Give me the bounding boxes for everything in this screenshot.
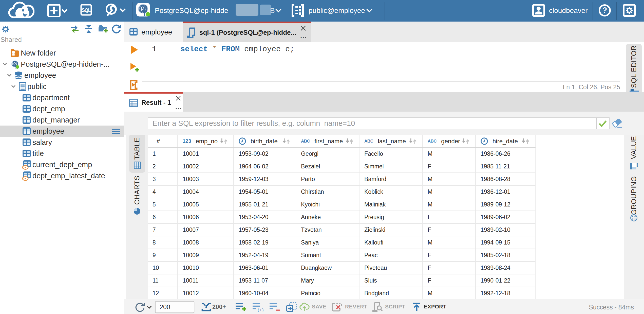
svg-text:SQL: SQL	[82, 7, 91, 13]
svg-text:?: ?	[602, 6, 607, 15]
svg-text:(+): (+)	[258, 307, 264, 312]
